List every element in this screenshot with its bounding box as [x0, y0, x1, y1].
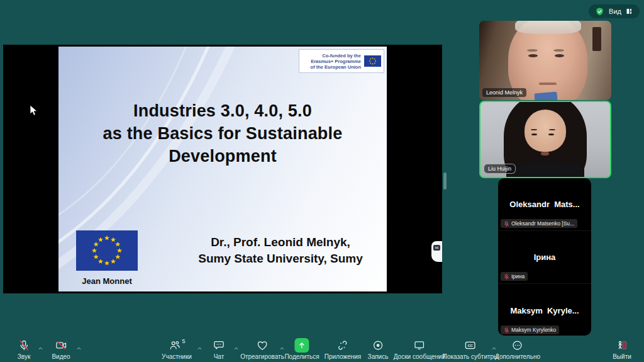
audio-button[interactable]: Звук [18, 339, 31, 360]
cofunded-text-line3: of the European Union [311, 64, 361, 70]
video-options-caret[interactable] [76, 342, 82, 354]
video-button[interactable]: Видео [52, 339, 70, 360]
video-tile-leonid[interactable]: Leonid Melnyk [479, 21, 611, 100]
participants-button[interactable]: 5 Участники [162, 339, 192, 360]
heart-reaction-icon [256, 339, 269, 351]
whiteboards-button[interactable]: Доски сообщений [394, 339, 446, 360]
participant-name-label: Maksym Kyrylenko [501, 325, 559, 334]
eu-flag-small-icon [364, 55, 381, 67]
svg-text:CC: CC [468, 343, 473, 347]
participant-display-name: Maksym Kyryle... [510, 306, 579, 315]
muted-mic-icon [504, 221, 509, 227]
participant-tile[interactable]: Oleksandr Mats... Oleksandr Matsenko [Su… [498, 178, 591, 231]
more-button[interactable]: Дополнительно [495, 339, 540, 360]
cofunded-text-line1: Co-funded by the [311, 53, 361, 59]
record-button[interactable]: Запись [368, 339, 389, 360]
slide-author-line2: Sumy State University, Sumy [183, 251, 378, 267]
presentation-slide: Co-funded by the Erasmus+ Programme of t… [58, 47, 387, 291]
participant-name-label: Oleksandr Matsenko [Su... [501, 219, 577, 228]
participant-label-text: Oleksandr Matsenko [Su... [511, 220, 574, 227]
leave-label: Выйти [613, 353, 631, 360]
leave-meeting-button[interactable]: Выйти [613, 339, 631, 360]
react-button[interactable]: Отреагировать [240, 339, 284, 360]
slide-title: Industries 3.0, 4.0, 5.0 as the Basics f… [58, 99, 387, 167]
whiteboards-label: Доски сообщений [394, 353, 446, 360]
cofunded-text-line2: Erasmus+ Programme [311, 59, 361, 64]
shared-screen-area: Co-funded by the Erasmus+ Programme of t… [3, 45, 442, 293]
share-screen-button[interactable]: Поделиться [284, 339, 319, 360]
gallery-view-icon [626, 8, 633, 15]
cc-mini-icon: cc [433, 245, 440, 251]
apps-icon [336, 339, 349, 351]
chat-label: Чат [214, 353, 225, 360]
slide-title-line3: Development [58, 145, 387, 167]
apps-button[interactable]: Приложения [325, 339, 362, 360]
participants-count-badge: 5 [182, 338, 185, 344]
participant-display-name: Oleksandr Mats... [509, 200, 579, 209]
mouse-cursor [30, 105, 38, 116]
participant-label-text: Ірина [511, 273, 525, 280]
leonid-eye-left [528, 54, 538, 57]
audio-label: Звук [18, 353, 31, 360]
meeting-window: Вид Co-funded by the Erasmus+ Programme … [0, 0, 644, 362]
meeting-toolbar: Звук Видео [0, 337, 644, 362]
participant-label-text: Maksym Kyrylenko [511, 327, 556, 333]
jean-monnet-block: Jean Monnet [76, 230, 138, 286]
liu-mouth [541, 152, 549, 156]
slide-title-line2: as the Basics for Sustainable [58, 122, 387, 145]
react-label: Отреагировать [240, 353, 284, 360]
muted-mic-icon [504, 327, 509, 333]
camera-off-icon [55, 339, 67, 351]
participant-name-label: Ірина [501, 272, 528, 281]
erasmus-cofunded-logo: Co-funded by the Erasmus+ Programme of t… [299, 49, 384, 73]
liu-eye-right [548, 133, 554, 135]
record-label: Запись [368, 353, 389, 360]
captions-cc-icon: CC [464, 339, 477, 351]
captions-panel-handle[interactable]: cc [431, 241, 442, 262]
eu-flag-large-icon [76, 230, 138, 271]
audio-options-caret[interactable] [38, 342, 43, 354]
more-label: Дополнительно [495, 353, 540, 360]
participants-label: Участники [162, 353, 192, 360]
participants-options-caret[interactable] [197, 342, 203, 354]
view-mode-button[interactable]: Вид [589, 4, 640, 18]
muted-mic-icon [504, 274, 509, 280]
slide-author-line1: Dr., Prof. Leonid Melnyk, [183, 234, 378, 251]
share-screen-icon [294, 338, 309, 353]
leonid-mouth [539, 82, 557, 85]
liu-body [506, 162, 584, 178]
video-name-label: Liu Huijin [484, 164, 516, 174]
background-frame-decor [592, 27, 601, 51]
mic-muted-icon [18, 339, 30, 351]
captions-label: Показать субтитры [443, 353, 499, 360]
video-name-label: Leonid Melnyk [482, 88, 526, 97]
apps-label: Приложения [325, 353, 362, 360]
participants-icon: 5 [169, 339, 184, 351]
participants-panel: Oleksandr Mats... Oleksandr Matsenko [Su… [498, 178, 591, 336]
captions-button[interactable]: CC Показать субтитры [443, 339, 499, 360]
leonid-eye-right [555, 54, 564, 57]
exit-door-icon [616, 339, 628, 351]
security-shield-icon [595, 7, 604, 16]
liu-face [525, 110, 566, 152]
participant-tile[interactable]: Maksym Kyryle... Maksym Kyrylenko [498, 284, 591, 336]
video-label: Видео [52, 353, 70, 360]
participant-display-name: Ірина [534, 252, 556, 262]
slide-author: Dr., Prof. Leonid Melnyk, Sumy State Uni… [183, 234, 378, 267]
leonid-hair [515, 21, 581, 34]
panel-scrollbar[interactable] [443, 173, 447, 189]
view-label: Вид [609, 8, 621, 15]
whiteboard-icon [413, 339, 426, 351]
chat-icon [213, 339, 225, 351]
participant-tile[interactable]: Ірина Ірина [498, 231, 591, 284]
chat-options-caret[interactable] [233, 342, 239, 354]
more-ellipsis-icon [511, 339, 523, 351]
video-tile-liu-active-speaker[interactable]: Liu Huijin [479, 101, 611, 178]
chat-button[interactable]: Чат [213, 339, 225, 360]
jean-monnet-label: Jean Monnet [76, 276, 138, 286]
slide-title-line1: Industries 3.0, 4.0, 5.0 [58, 99, 387, 122]
share-label: Поделиться [284, 353, 319, 360]
record-icon [372, 339, 384, 351]
leonid-collar [535, 91, 558, 100]
